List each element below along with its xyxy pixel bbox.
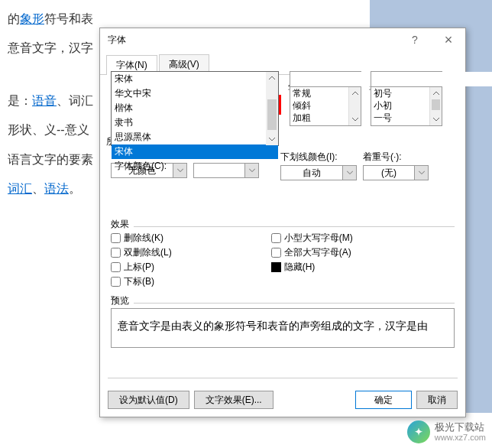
preview-label: 预览 xyxy=(111,294,455,307)
cancel-button[interactable]: 取消 xyxy=(416,391,458,409)
size-input[interactable] xyxy=(371,71,442,86)
double-strike-checkbox[interactable]: 双删除线(L) xyxy=(111,246,172,259)
hidden-checkbox[interactable]: 隐藏(H) xyxy=(271,261,353,274)
font-option[interactable]: 楷体 xyxy=(112,101,278,115)
link-yufa[interactable]: 语法 xyxy=(44,182,69,195)
preview-box: 意音文字是由表义的象形符号和表音的声旁组成的文字，汉字是由 xyxy=(111,308,455,348)
font-option[interactable]: 字体颜色(C): xyxy=(112,159,278,174)
font-option[interactable]: 隶书 xyxy=(112,115,278,130)
size-listbox[interactable]: 初号 小初 一号 xyxy=(371,86,442,126)
font-option-selected[interactable]: 宋体 xyxy=(112,144,278,159)
titlebar: 字体 ? × xyxy=(100,28,465,51)
dialog-title: 字体 xyxy=(108,34,398,47)
font-option[interactable]: 宋体 xyxy=(112,72,278,86)
strikethrough-checkbox[interactable]: 删除线(K) xyxy=(111,232,172,245)
help-button[interactable]: ? xyxy=(398,28,432,51)
set-default-button[interactable]: 设为默认值(D) xyxy=(108,391,189,409)
link-cihui[interactable]: 词汇 xyxy=(8,182,32,195)
size-scroll-thumb[interactable] xyxy=(432,99,440,110)
link-yuyin[interactable]: 语音 xyxy=(32,94,57,107)
effects-label: 效果 xyxy=(111,218,455,231)
chinese-font-dropdown-list[interactable]: 宋体 华文中宋 楷体 隶书 思源黑体 宋体 字体颜色(C): xyxy=(111,71,279,146)
watermark-url: www.xz7.com xyxy=(435,433,486,442)
scroll-thumb[interactable] xyxy=(267,99,277,130)
style-input[interactable] xyxy=(290,71,361,86)
font-dialog: 字体 ? × 字体(N) 高级(V) 中文字体(T): 字形(Y): 字号(S)… xyxy=(99,28,466,417)
watermark: ✦ 极光下载站 www.xz7.com xyxy=(407,420,486,443)
emphasis-combo[interactable]: (无) xyxy=(363,165,429,180)
underline-color-combo[interactable]: 自动 xyxy=(280,165,357,180)
link-xiangxing[interactable]: 象形 xyxy=(20,12,44,25)
scroll-down-icon[interactable] xyxy=(266,133,278,145)
underline-color-label: 下划线颜色(I): xyxy=(280,151,357,164)
size-scrollbar[interactable] xyxy=(429,87,442,125)
dropdown-scrollbar[interactable] xyxy=(266,72,278,145)
small-caps-checkbox[interactable]: 小型大写字母(M) xyxy=(271,232,353,245)
close-button[interactable]: × xyxy=(432,28,465,51)
watermark-logo-icon: ✦ xyxy=(407,420,430,443)
underline-color-value: 自动 xyxy=(281,166,342,180)
ok-button[interactable]: 确定 xyxy=(355,391,412,409)
watermark-name: 极光下载站 xyxy=(435,422,486,433)
superscript-checkbox[interactable]: 上标(P) xyxy=(111,261,172,274)
style-listbox[interactable]: 常规 倾斜 加粗 xyxy=(290,86,361,126)
text-effects-button[interactable]: 文字效果(E)... xyxy=(194,391,274,409)
emphasis-label: 着重号(·): xyxy=(363,151,429,164)
style-scrollbar[interactable] xyxy=(348,87,361,125)
chevron-down-icon[interactable] xyxy=(342,166,356,180)
subscript-checkbox[interactable]: 下标(B) xyxy=(111,275,172,288)
font-option[interactable]: 华文中宋 xyxy=(112,86,278,101)
emphasis-value: (无) xyxy=(364,166,414,180)
checkbox-filled-icon xyxy=(271,262,281,272)
chevron-down-icon[interactable] xyxy=(414,166,428,180)
font-option[interactable]: 思源黑体 xyxy=(112,130,278,144)
all-caps-checkbox[interactable]: 全部大写字母(A) xyxy=(271,246,353,259)
scroll-up-icon[interactable] xyxy=(266,72,278,84)
